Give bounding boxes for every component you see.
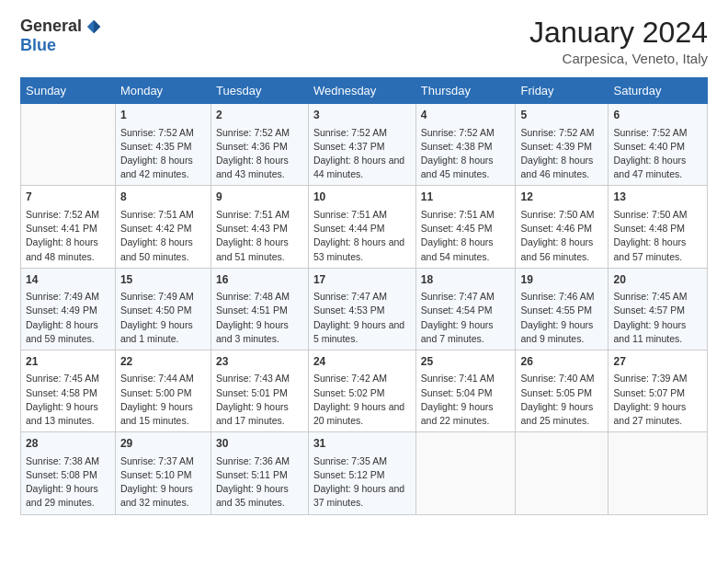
day-info: Sunrise: 7:52 AM — [613, 126, 702, 140]
calendar-cell: 14Sunrise: 7:49 AMSunset: 4:49 PMDayligh… — [21, 268, 116, 350]
calendar-cell: 29Sunrise: 7:37 AMSunset: 5:10 PMDayligh… — [115, 432, 210, 514]
day-number: 8 — [120, 190, 206, 205]
day-info: Sunrise: 7:36 AM — [216, 454, 303, 468]
day-info: Daylight: 9 hours and 37 minutes. — [313, 482, 411, 510]
day-number: 19 — [520, 272, 603, 288]
day-info: Sunset: 5:01 PM — [216, 386, 303, 400]
col-friday: Friday — [516, 78, 609, 104]
calendar-body: 1Sunrise: 7:52 AMSunset: 4:35 PMDaylight… — [21, 104, 708, 514]
day-number: 17 — [313, 272, 411, 288]
day-number: 21 — [26, 354, 110, 370]
day-info: Daylight: 8 hours and 54 minutes. — [421, 236, 511, 263]
day-number: 31 — [313, 436, 411, 452]
day-info: Sunset: 4:44 PM — [313, 222, 411, 236]
header: General Blue January 2024 Carpesica, Ven… — [20, 17, 708, 66]
day-info: Sunrise: 7:52 AM — [120, 126, 206, 140]
day-info: Sunset: 5:11 PM — [216, 468, 303, 482]
day-info: Sunset: 4:42 PM — [120, 222, 206, 236]
day-info: Sunset: 4:58 PM — [26, 386, 110, 400]
day-info: Daylight: 8 hours and 53 minutes. — [313, 236, 411, 263]
calendar-cell: 20Sunrise: 7:45 AMSunset: 4:57 PMDayligh… — [609, 268, 708, 350]
day-info: Daylight: 9 hours and 22 minutes. — [421, 400, 511, 428]
day-info: Daylight: 9 hours and 32 minutes. — [120, 482, 206, 510]
col-tuesday: Tuesday — [211, 78, 309, 104]
day-info: Daylight: 8 hours and 48 minutes. — [26, 236, 110, 263]
title-block: January 2024 Carpesica, Veneto, Italy — [529, 17, 708, 66]
day-info: Sunset: 4:50 PM — [120, 304, 206, 317]
day-info: Sunset: 4:43 PM — [216, 222, 303, 236]
day-info: Sunrise: 7:45 AM — [613, 290, 702, 304]
calendar-cell: 3Sunrise: 7:52 AMSunset: 4:37 PMDaylight… — [308, 104, 415, 186]
col-sunday: Sunday — [21, 78, 116, 104]
day-info: Daylight: 8 hours and 45 minutes. — [421, 154, 511, 181]
day-info: Daylight: 9 hours and 5 minutes. — [313, 318, 411, 346]
day-info: Sunrise: 7:49 AM — [120, 290, 206, 304]
day-number: 5 — [520, 108, 603, 123]
calendar-cell: 30Sunrise: 7:36 AMSunset: 5:11 PMDayligh… — [211, 432, 309, 514]
day-info: Daylight: 9 hours and 13 minutes. — [26, 400, 110, 428]
day-info: Daylight: 8 hours and 43 minutes. — [216, 154, 303, 181]
day-info: Sunrise: 7:52 AM — [26, 208, 110, 222]
day-number: 13 — [613, 190, 702, 205]
day-info: Sunrise: 7:46 AM — [520, 290, 603, 304]
day-info: Sunrise: 7:47 AM — [421, 290, 511, 304]
svg-marker-1 — [94, 19, 100, 32]
day-info: Sunset: 5:07 PM — [613, 386, 702, 400]
day-number: 20 — [613, 272, 702, 288]
day-number: 10 — [313, 190, 411, 205]
day-number: 4 — [421, 108, 511, 123]
day-info: Sunrise: 7:52 AM — [520, 126, 603, 140]
day-info: Sunrise: 7:42 AM — [313, 372, 411, 385]
calendar-week-1: 1Sunrise: 7:52 AMSunset: 4:35 PMDaylight… — [21, 104, 708, 186]
calendar-cell: 5Sunrise: 7:52 AMSunset: 4:39 PMDaylight… — [516, 104, 609, 186]
day-info: Sunrise: 7:49 AM — [26, 290, 110, 304]
day-info: Sunset: 4:55 PM — [520, 304, 603, 317]
day-info: Sunrise: 7:38 AM — [26, 454, 110, 468]
day-info: Daylight: 9 hours and 25 minutes. — [520, 400, 603, 428]
day-info: Sunrise: 7:44 AM — [120, 372, 206, 385]
day-info: Daylight: 9 hours and 17 minutes. — [216, 400, 303, 428]
calendar-cell — [516, 432, 609, 514]
day-info: Daylight: 8 hours and 56 minutes. — [520, 236, 603, 263]
calendar-cell: 23Sunrise: 7:43 AMSunset: 5:01 PMDayligh… — [211, 350, 309, 431]
day-info: Daylight: 8 hours and 57 minutes. — [613, 236, 702, 263]
calendar-cell: 1Sunrise: 7:52 AMSunset: 4:35 PMDaylight… — [115, 104, 210, 186]
calendar-cell: 10Sunrise: 7:51 AMSunset: 4:44 PMDayligh… — [308, 186, 415, 268]
calendar-cell: 26Sunrise: 7:40 AMSunset: 5:05 PMDayligh… — [516, 350, 609, 431]
day-info: Daylight: 8 hours and 50 minutes. — [120, 236, 206, 263]
calendar-cell: 21Sunrise: 7:45 AMSunset: 4:58 PMDayligh… — [21, 350, 116, 431]
calendar-cell: 12Sunrise: 7:50 AMSunset: 4:46 PMDayligh… — [516, 186, 609, 268]
day-info: Sunrise: 7:52 AM — [421, 126, 511, 140]
calendar-cell: 27Sunrise: 7:39 AMSunset: 5:07 PMDayligh… — [609, 350, 708, 431]
day-info: Sunrise: 7:45 AM — [26, 372, 110, 385]
day-info: Daylight: 8 hours and 44 minutes. — [313, 154, 411, 181]
calendar-cell: 9Sunrise: 7:51 AMSunset: 4:43 PMDaylight… — [211, 186, 309, 268]
col-saturday: Saturday — [609, 78, 708, 104]
day-number: 27 — [613, 354, 702, 370]
day-info: Daylight: 9 hours and 7 minutes. — [421, 318, 511, 346]
calendar-cell: 2Sunrise: 7:52 AMSunset: 4:36 PMDaylight… — [211, 104, 309, 186]
calendar-cell — [609, 432, 708, 514]
day-info: Sunset: 4:57 PM — [613, 304, 702, 317]
day-info: Daylight: 8 hours and 46 minutes. — [520, 154, 603, 181]
logo-blue: Blue — [20, 36, 56, 55]
day-number: 23 — [216, 354, 303, 370]
day-info: Sunrise: 7:50 AM — [520, 208, 603, 222]
day-info: Sunrise: 7:50 AM — [613, 208, 702, 222]
day-number: 12 — [520, 190, 603, 205]
calendar-cell — [415, 432, 516, 514]
logo-icon — [85, 18, 102, 35]
logo: General Blue — [20, 17, 102, 55]
day-info: Daylight: 8 hours and 47 minutes. — [613, 154, 702, 181]
day-info: Sunset: 4:45 PM — [421, 222, 511, 236]
day-info: Daylight: 9 hours and 3 minutes. — [216, 318, 303, 346]
day-info: Sunset: 5:00 PM — [120, 386, 206, 400]
day-info: Sunrise: 7:47 AM — [313, 290, 411, 304]
day-info: Daylight: 9 hours and 1 minute. — [120, 318, 206, 346]
day-info: Sunset: 4:37 PM — [313, 140, 411, 154]
day-info: Daylight: 8 hours and 51 minutes. — [216, 236, 303, 263]
day-info: Sunrise: 7:52 AM — [216, 126, 303, 140]
calendar-cell: 17Sunrise: 7:47 AMSunset: 4:53 PMDayligh… — [308, 268, 415, 350]
day-info: Daylight: 9 hours and 15 minutes. — [120, 400, 206, 428]
day-number: 26 — [520, 354, 603, 370]
